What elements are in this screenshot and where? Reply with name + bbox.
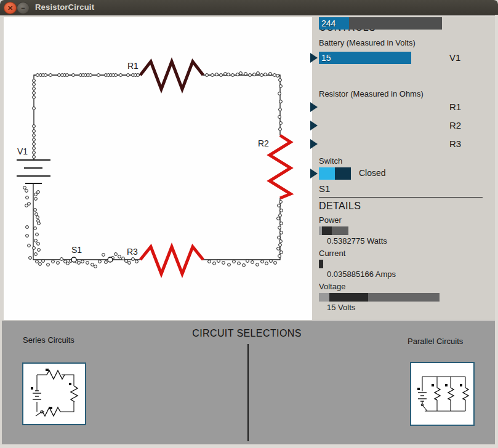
label-s1: S1 xyxy=(71,245,82,255)
r2-slider-pointer[interactable] xyxy=(310,121,318,130)
electron-particle xyxy=(36,216,39,219)
power-label: Power xyxy=(319,215,342,225)
controls-panel: CONTROLS Battery (Measured in Volts) 15 … xyxy=(312,17,495,320)
window-title: ResistorCircuit xyxy=(35,2,94,12)
electron-particle xyxy=(33,134,36,137)
electron-particle xyxy=(128,262,131,265)
switch-state: Closed xyxy=(359,168,386,178)
r3-name: R3 xyxy=(449,138,461,150)
electron-particle xyxy=(224,73,227,76)
parallel-circuits-label: Parallel Circuits xyxy=(408,337,463,346)
electron-particle xyxy=(269,73,272,76)
electron-particle xyxy=(264,73,267,76)
electron-particle xyxy=(60,258,63,261)
minimize-button[interactable]: − xyxy=(17,2,30,14)
label-r1: R1 xyxy=(127,61,139,71)
electron-particle xyxy=(215,73,219,76)
electron-particle xyxy=(280,231,283,234)
electron-particle xyxy=(278,255,281,258)
electron-particle xyxy=(278,116,281,119)
circuit-canvas: V1 R1 R2 R3 S1 xyxy=(4,17,312,320)
electron-particle xyxy=(33,96,36,99)
electron-particle xyxy=(265,262,268,265)
r3-slider[interactable]: 244 xyxy=(319,17,442,30)
r3-slider-value: 244 xyxy=(321,17,335,30)
circuit-selections-panel: CIRCUIT SELECTIONS Series Circuits Paral… xyxy=(2,321,495,444)
details-heading: DETAILS xyxy=(319,201,361,212)
close-button[interactable]: ✕ xyxy=(4,2,17,14)
switch-name: S1 xyxy=(319,183,330,194)
electron-particle xyxy=(33,130,36,133)
electron-particle xyxy=(256,263,259,266)
battery-slider-pointer[interactable] xyxy=(310,53,318,63)
r1-name: R1 xyxy=(449,101,461,113)
electron-particle xyxy=(132,258,135,261)
electron-particle xyxy=(206,74,209,77)
electron-particle xyxy=(33,107,36,110)
electron-particle xyxy=(253,73,256,76)
electron-particle xyxy=(279,201,283,204)
electron-particle xyxy=(273,74,276,77)
r3-slider-pointer[interactable] xyxy=(310,139,318,149)
electron-particle xyxy=(38,222,41,225)
electron-particle xyxy=(98,260,102,263)
electron-particle xyxy=(277,247,280,250)
switch-contact xyxy=(71,257,76,262)
electron-particle xyxy=(279,100,283,103)
electron-particle xyxy=(217,260,220,263)
switch-toggle-off[interactable] xyxy=(335,167,351,180)
electron-particle xyxy=(34,253,38,256)
electron-particle xyxy=(251,261,254,264)
electron-particle xyxy=(91,263,94,266)
switch-toggle-on[interactable] xyxy=(319,167,335,180)
electron-particle xyxy=(44,74,47,77)
controls-divider xyxy=(319,197,483,198)
battery-slider[interactable]: 15 xyxy=(319,52,442,64)
electron-particle xyxy=(25,204,28,207)
battery-slider-label: Battery (Measured in Volts) xyxy=(319,38,416,47)
electron-particle xyxy=(231,74,235,77)
electron-particle xyxy=(279,244,282,247)
switch-toggle[interactable]: Closed xyxy=(319,167,442,180)
switch-contact xyxy=(108,257,113,262)
resistor-r3-zigzag xyxy=(140,247,203,274)
electron-particle xyxy=(34,239,38,242)
electron-particle xyxy=(279,122,283,125)
electron-particle xyxy=(246,260,249,263)
electron-particle xyxy=(34,198,38,201)
electron-particle xyxy=(39,263,42,266)
electron-particle xyxy=(211,74,214,77)
electron-particle xyxy=(26,196,29,199)
electron-particle xyxy=(213,262,216,265)
electron-particle xyxy=(277,217,280,220)
electron-particle xyxy=(239,72,243,75)
r2-name: R2 xyxy=(449,119,461,132)
r1-slider-pointer[interactable] xyxy=(310,102,318,112)
switch-pointer[interactable] xyxy=(310,169,318,178)
electron-particle xyxy=(257,72,260,75)
switch-label: Switch xyxy=(319,156,342,166)
label-v1: V1 xyxy=(17,146,28,156)
battery-name: V1 xyxy=(449,52,460,64)
electron-particle xyxy=(279,214,282,217)
electron-particle xyxy=(114,253,118,256)
electron-particle xyxy=(37,191,40,194)
resistor-r1-zigzag xyxy=(140,62,203,89)
electron-particle xyxy=(119,74,122,77)
battery-slider-fill xyxy=(319,52,411,64)
electron-particle xyxy=(72,74,75,77)
electron-particle xyxy=(37,242,40,246)
electron-particle xyxy=(36,260,39,263)
current-bar-segment xyxy=(319,260,323,268)
electron-particle xyxy=(279,85,283,88)
resistor-r2-zigzag xyxy=(270,135,291,198)
series-circuit-thumbnail[interactable] xyxy=(22,362,86,425)
electron-particle xyxy=(52,260,55,263)
electron-particle xyxy=(127,74,130,77)
battery-symbol xyxy=(17,160,50,183)
parallel-circuit-thumbnail[interactable] xyxy=(410,362,475,426)
close-icon: ✕ xyxy=(7,5,13,12)
electron-particle xyxy=(23,186,26,190)
electron-particle xyxy=(35,213,38,216)
electron-particle xyxy=(243,264,246,267)
